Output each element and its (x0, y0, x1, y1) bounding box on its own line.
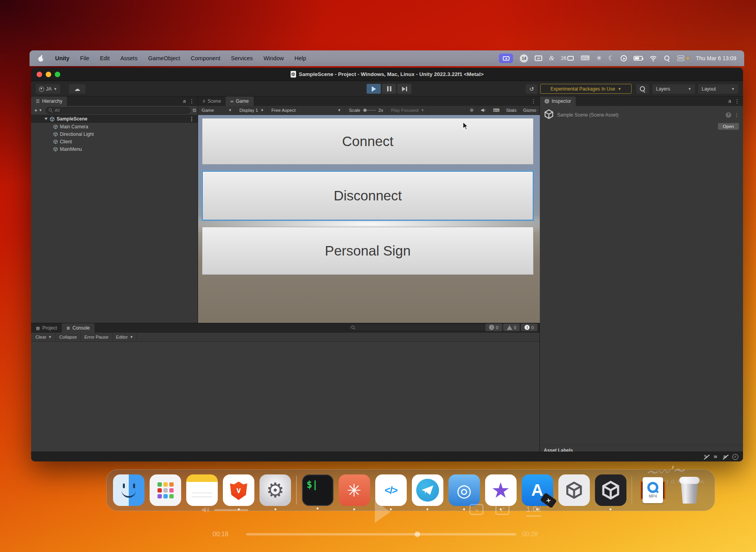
dock-system-settings-icon[interactable]: ⚙ (259, 474, 291, 506)
console-log-area[interactable] (31, 342, 539, 452)
info-count-toggle[interactable]: !0 (485, 324, 502, 331)
dock-app-store-icon[interactable]: A✕ (522, 474, 553, 506)
menu-bar-clock[interactable]: Thu Mar 6 13:09 (696, 55, 736, 61)
dock-launchpad-icon[interactable] (150, 474, 181, 506)
burst-capture-icon[interactable]: ❊ (466, 106, 477, 115)
menu-window[interactable]: Window (263, 55, 284, 61)
video-scrubber-knob[interactable] (415, 532, 420, 537)
dock-unity-hub-icon[interactable] (558, 474, 590, 506)
error-count-toggle[interactable]: !0 (521, 324, 537, 331)
sidecar-icon[interactable]: & (549, 54, 554, 63)
notification-count-icon[interactable]: 14 (520, 54, 528, 63)
close-button[interactable] (37, 72, 42, 77)
kebab-menu-icon[interactable]: ⋮ (189, 98, 195, 104)
scene-root-row[interactable]: SampleScene ⋮ (31, 115, 198, 123)
foldout-caret-icon[interactable] (44, 118, 48, 120)
battery-icon[interactable] (634, 56, 643, 61)
display-dropdown[interactable]: Display 1▼ (236, 106, 268, 115)
menu-edit[interactable]: Edit (100, 55, 110, 61)
clear-button[interactable]: Clear▼ (32, 333, 56, 341)
play-focused-dropdown[interactable]: Play Focused▼ (387, 106, 428, 115)
hierarchy-item-mainmenu[interactable]: MainMenu (31, 145, 198, 153)
mute-audio-speaker-icon[interactable] (477, 106, 489, 115)
tab-hierarchy[interactable]: ☰ Hierarchy (31, 96, 67, 106)
now-playing-icon[interactable] (621, 55, 627, 61)
apple-icon[interactable] (37, 54, 44, 63)
menu-help[interactable]: Help (295, 55, 306, 61)
dock-finder-icon[interactable] (113, 474, 145, 506)
disconnect-button[interactable]: Disconnect (202, 171, 534, 220)
dock-terminal-icon[interactable]: $| (302, 474, 334, 506)
error-pause-button[interactable]: Error Pause (81, 333, 112, 341)
display-mirroring-icon[interactable]: ⇄ (535, 56, 542, 61)
editor-dropdown[interactable]: Editor▼ (113, 333, 137, 341)
help-icon[interactable]: ? (726, 112, 731, 118)
account-dropdown[interactable]: JA ▼ (36, 84, 60, 94)
scale-slider[interactable]: Scale 2x (345, 108, 387, 113)
playback-speed-button[interactable]: 1.0x (526, 505, 541, 517)
menu-assets[interactable]: Assets (120, 55, 138, 61)
render-target-dropdown[interactable]: Game▼ (198, 106, 236, 115)
tab-console[interactable]: ≣ Console (62, 323, 94, 333)
tab-project[interactable]: ▦ Project (31, 323, 62, 333)
dock-trash-icon[interactable] (674, 474, 705, 506)
kebab-menu-icon[interactable]: ⋮ (734, 98, 740, 104)
zoom-button[interactable] (55, 72, 60, 77)
focus-moon-icon[interactable]: ☾ (608, 54, 614, 63)
video-play-button[interactable] (375, 501, 391, 523)
minimize-button[interactable] (46, 72, 51, 77)
dock-brave-icon[interactable]: ∨ (223, 474, 254, 506)
dock-telegram-icon[interactable] (412, 474, 443, 506)
tab-game[interactable]: ∞ Game (226, 96, 254, 106)
pause-button[interactable] (382, 84, 396, 94)
dock-unity-editor-icon[interactable] (595, 474, 626, 506)
gizmos-toggle[interactable]: Gizmo (520, 106, 539, 115)
dock-notes-icon[interactable] (186, 474, 218, 506)
dock-laser-app-icon[interactable]: ✳ (339, 474, 370, 506)
hierarchy-item-directional-light[interactable]: Directional Light (31, 130, 198, 138)
connect-button[interactable]: Connect (202, 118, 534, 165)
dock-imovie-icon[interactable]: ★ (485, 474, 517, 506)
keyboard-icon[interactable]: ⌨ (580, 54, 589, 63)
scene-picker-icon[interactable]: ⧉ (193, 107, 196, 113)
spotlight-search-icon[interactable] (664, 55, 670, 61)
dock-screen-capture-icon[interactable]: ◎ (448, 474, 480, 506)
menu-gameobject[interactable]: GameObject (148, 55, 180, 61)
dock-mp4-file-icon[interactable]: MP4 (637, 474, 669, 506)
hierarchy-search-input[interactable] (55, 108, 187, 113)
cloud-services-button[interactable]: ☁ (69, 84, 85, 94)
experimental-packages-warning[interactable]: Experimental Packages In Use ▼ (540, 84, 632, 94)
undo-history-button[interactable]: ↺ (526, 84, 537, 94)
video-progress-bar[interactable] (246, 533, 516, 535)
menu-file[interactable]: File (80, 55, 89, 61)
warning-count-toggle[interactable]: 0 (503, 324, 520, 331)
hierarchy-item-main-camera[interactable]: Main Camera (31, 123, 198, 130)
create-object-button[interactable]: +▼ (33, 107, 44, 113)
volume-slider[interactable] (214, 509, 248, 511)
kebab-menu-icon[interactable]: ⋮ (734, 112, 739, 118)
starburst-icon[interactable]: ✳ (597, 54, 602, 63)
lock-icon[interactable]: a (728, 98, 731, 104)
menu-component[interactable]: Component (191, 55, 220, 61)
scale-slider-knob[interactable] (363, 109, 367, 112)
layers-dropdown[interactable]: Layers ▼ (652, 84, 695, 94)
collapse-button[interactable]: Collapse (56, 333, 81, 341)
lock-icon[interactable]: a (183, 98, 186, 104)
toolbar-search-button[interactable] (636, 84, 649, 94)
window-title-bar[interactable]: SampleScene - Project - Windows, Mac, Li… (31, 68, 743, 81)
hierarchy-search-field[interactable] (46, 107, 191, 114)
picture-in-picture-icon[interactable]: ↘ (469, 504, 484, 515)
layout-dropdown[interactable]: Layout ▼ (698, 84, 738, 94)
stats-toggle[interactable]: Stats (503, 106, 520, 115)
paintbrush-disabled-icon[interactable]: ✎ (704, 454, 708, 459)
video-volume-control[interactable] (200, 506, 248, 514)
control-center-icon[interactable] (677, 56, 685, 61)
kebab-menu-icon[interactable]: ⋮ (189, 116, 195, 122)
step-button[interactable] (397, 84, 411, 94)
aspect-dropdown[interactable]: Free Aspect▼ (268, 106, 345, 115)
scale-slider-track[interactable] (363, 110, 376, 111)
menu-unity[interactable]: Unity (55, 55, 69, 61)
menu-services[interactable]: Services (231, 55, 253, 61)
hierarchy-item-client[interactable]: Client (31, 138, 198, 145)
keyboard-shortcuts-icon[interactable]: ⌨ (489, 106, 503, 115)
